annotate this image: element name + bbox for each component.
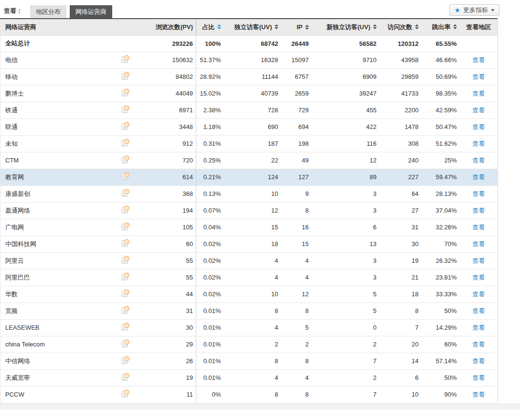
trend-icon[interactable] xyxy=(121,255,130,265)
col-header-label: 浏览次数(PV) xyxy=(156,23,193,31)
trend-icon[interactable] xyxy=(121,205,130,215)
trend-icon[interactable] xyxy=(121,138,130,148)
cell-pv: 44049 xyxy=(137,85,196,102)
view-region-link[interactable]: 查看 xyxy=(472,224,485,231)
view-region-link[interactable]: 查看 xyxy=(472,374,485,381)
view-region-link[interactable]: 查看 xyxy=(472,307,485,314)
more-metrics-button[interactable]: ★ 更多指标 xyxy=(449,4,499,16)
cell-view-region: 查看 xyxy=(460,236,498,252)
trend-icon[interactable] xyxy=(121,188,130,198)
col-header-name: 网络运营商 xyxy=(0,19,115,35)
cell-uv: 16328 xyxy=(224,52,281,68)
view-region-link[interactable]: 查看 xyxy=(472,73,485,80)
view-region-link[interactable]: 查看 xyxy=(472,257,485,264)
view-region-link[interactable]: 查看 xyxy=(472,157,485,164)
col-header-new_uv[interactable]: 新独立访客(UV) xyxy=(312,19,380,35)
view-region-link[interactable]: 查看 xyxy=(472,140,485,147)
cell-new_uv: 5 xyxy=(312,286,380,302)
view-region-link[interactable]: 查看 xyxy=(472,324,485,331)
sort-icon[interactable] xyxy=(453,24,457,29)
trend-icon[interactable] xyxy=(121,238,130,248)
trend-icon[interactable] xyxy=(121,88,130,97)
cell-view-region: 查看 xyxy=(460,269,498,286)
cell-operator-name: 阿里巴巴 xyxy=(0,269,115,286)
trend-icon[interactable] xyxy=(121,389,130,398)
cell-view-region xyxy=(460,35,498,52)
col-header-ip[interactable]: IP xyxy=(281,19,312,35)
view-region-link[interactable]: 查看 xyxy=(472,341,485,348)
col-header-uv[interactable]: 独立访客(UV) xyxy=(224,19,281,35)
col-header-bounce[interactable]: 跳出率 xyxy=(422,19,460,35)
view-region-link[interactable]: 查看 xyxy=(472,190,485,197)
cell-ip: 26449 xyxy=(281,35,312,52)
trend-icon[interactable] xyxy=(121,155,130,164)
cell-uv: 4 xyxy=(224,319,281,336)
tab-region-distribution[interactable]: 地区分布 xyxy=(30,5,66,18)
tab-network-operator[interactable]: 网络运营商 xyxy=(70,5,112,18)
cell-view-region: 查看 xyxy=(460,336,498,353)
cell-trend xyxy=(115,336,137,353)
view-region-link[interactable]: 查看 xyxy=(472,291,485,298)
view-region-link[interactable]: 查看 xyxy=(472,274,485,281)
view-region-link[interactable]: 查看 xyxy=(472,391,485,398)
col-header-share[interactable]: 占比 xyxy=(196,19,224,35)
cell-pv: 368 xyxy=(137,185,196,202)
cell-share: 51.37% xyxy=(196,52,224,68)
col-header-label: 查看地区 xyxy=(466,23,491,31)
trend-icon[interactable] xyxy=(121,105,130,114)
trend-icon[interactable] xyxy=(121,339,130,348)
view-region-link[interactable]: 查看 xyxy=(472,207,485,214)
cell-bounce: 60% xyxy=(422,336,460,353)
cell-uv: 690 xyxy=(224,118,281,135)
cell-ip: 5 xyxy=(281,319,312,336)
view-region-link[interactable]: 查看 xyxy=(472,357,485,365)
view-region-link[interactable]: 查看 xyxy=(472,107,485,114)
trend-icon[interactable] xyxy=(121,322,130,332)
cell-pv: 105 xyxy=(137,219,196,236)
cell-bounce: 26.32% xyxy=(422,252,460,269)
view-region-link[interactable]: 查看 xyxy=(472,90,485,97)
cell-visits: 30 xyxy=(380,236,422,252)
sort-icon[interactable] xyxy=(217,24,221,29)
view-region-link[interactable]: 查看 xyxy=(472,56,485,64)
cell-bounce: 98.35% xyxy=(422,85,460,102)
view-region-link[interactable]: 查看 xyxy=(472,123,485,130)
cell-trend xyxy=(115,68,137,85)
trend-icon[interactable] xyxy=(121,71,130,81)
sort-icon[interactable] xyxy=(305,25,309,30)
cell-uv: 11144 xyxy=(224,68,281,85)
view-region-link[interactable]: 查看 xyxy=(472,240,485,248)
cell-operator-name: LEASEWEB xyxy=(0,319,115,336)
cell-operator-name: 华数 xyxy=(0,286,115,302)
table-row: LEASEWEB 300.01%450714.29%查看 xyxy=(0,319,498,336)
cell-pv: 6971 xyxy=(137,102,196,118)
trend-icon[interactable] xyxy=(121,222,130,231)
cell-share: 0.07% xyxy=(196,202,224,219)
trend-icon[interactable] xyxy=(121,355,130,365)
col-header-label: 访问次数 xyxy=(388,23,413,31)
col-header-visits[interactable]: 访问次数 xyxy=(380,19,422,35)
cell-bounce: 32.26% xyxy=(422,219,460,236)
cell-ip: 729 xyxy=(281,102,312,118)
trend-icon[interactable] xyxy=(121,272,130,281)
sort-icon[interactable] xyxy=(275,24,278,29)
trend-icon[interactable] xyxy=(121,372,130,382)
trend-icon[interactable] xyxy=(121,172,130,181)
cell-uv: 12 xyxy=(224,202,281,219)
cell-trend xyxy=(115,302,137,319)
cell-ip: 49 xyxy=(281,152,312,169)
cell-trend xyxy=(115,269,137,286)
cell-share: 0.13% xyxy=(196,185,224,202)
trend-icon[interactable] xyxy=(121,289,130,298)
view-region-link[interactable]: 查看 xyxy=(472,173,485,181)
cell-share: 0.04% xyxy=(196,219,224,236)
trend-icon[interactable] xyxy=(121,54,130,64)
trend-icon[interactable] xyxy=(121,121,130,131)
sort-icon[interactable] xyxy=(373,24,377,29)
cell-view-region: 查看 xyxy=(460,252,498,269)
cell-operator-name: 未知 xyxy=(0,135,115,152)
sort-icon[interactable] xyxy=(415,24,419,29)
cell-ip: 6757 xyxy=(281,68,312,85)
cell-share: 0.02% xyxy=(196,286,224,302)
trend-icon[interactable] xyxy=(121,305,130,315)
